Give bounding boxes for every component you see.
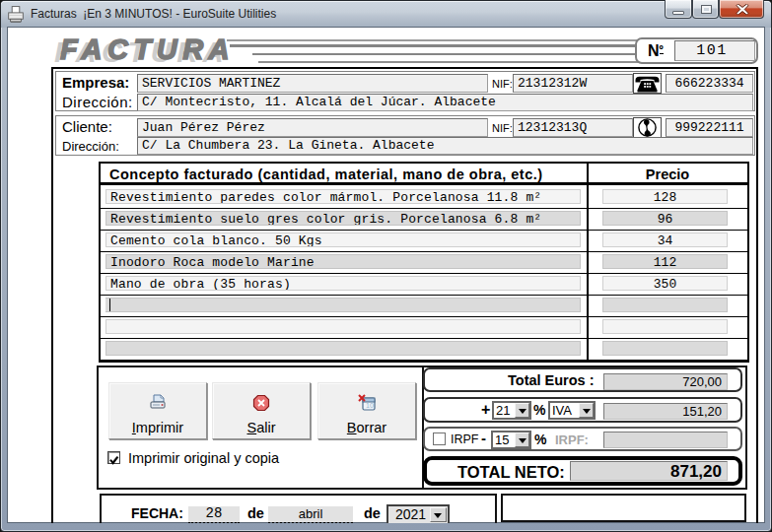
svg-text:10: 10 [366, 402, 374, 409]
